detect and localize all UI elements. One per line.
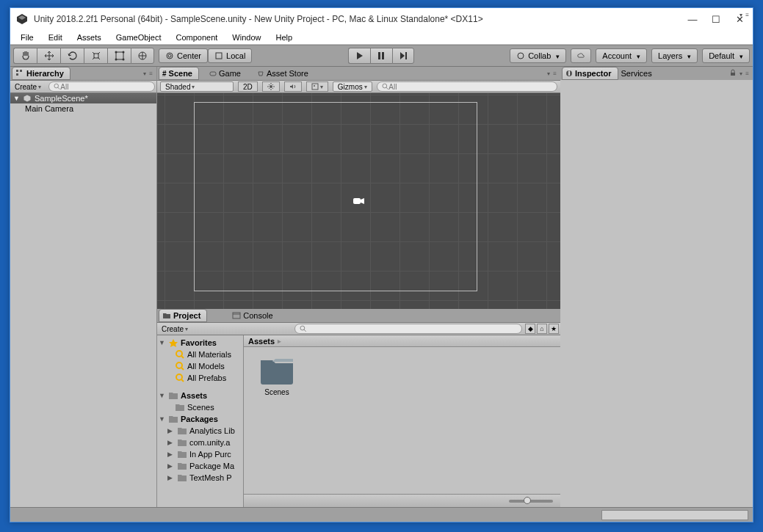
svg-point-4 [115, 51, 117, 54]
maximize-button[interactable]: ☐ [712, 15, 720, 23]
camera-bounds [194, 102, 477, 291]
menu-window[interactable]: Window [225, 32, 268, 43]
svg-point-40 [176, 362, 182, 368]
folder-icon [177, 462, 187, 470]
game-tab[interactable]: Game [206, 67, 247, 80]
hierarchy-search[interactable] [48, 81, 155, 92]
console-icon [232, 312, 241, 319]
play-button[interactable] [348, 48, 370, 64]
project-search[interactable] [294, 324, 522, 334]
lighting-toggle[interactable] [262, 81, 280, 92]
svg-point-38 [176, 351, 182, 357]
hand-tool[interactable] [13, 48, 37, 64]
menu-assets[interactable]: Assets [70, 32, 109, 43]
pkg-comunity[interactable]: ▶com.unity.a [157, 437, 243, 448]
svg-line-36 [304, 329, 306, 332]
lock-icon[interactable] [729, 69, 737, 76]
svg-point-42 [176, 374, 182, 380]
cloud-button[interactable] [571, 48, 591, 63]
inspector-tab[interactable]: iInspector [562, 67, 618, 80]
store-icon [257, 70, 264, 77]
favorites-header[interactable]: ▼Favorites [157, 337, 243, 349]
fav-all-materials[interactable]: All Materials [157, 349, 243, 360]
scene-search[interactable] [377, 81, 557, 92]
fav-all-prefabs[interactable]: All Prefabs [157, 372, 243, 384]
inspector-body [560, 80, 753, 507]
scene-search-input[interactable] [388, 83, 552, 91]
svg-point-25 [270, 85, 272, 88]
gizmos-toggle[interactable]: Gizmos [333, 81, 372, 92]
asset-grid[interactable]: Scenes [244, 347, 560, 494]
scene-tab[interactable]: #Scene [159, 67, 199, 80]
rotate-tool[interactable] [60, 48, 84, 64]
inspector-options[interactable] [740, 68, 750, 77]
pause-button[interactable] [370, 48, 392, 64]
fav-all-models[interactable]: All Models [157, 360, 243, 372]
svg-marker-32 [361, 198, 364, 204]
scale-tool[interactable] [84, 48, 107, 64]
menu-gameobject[interactable]: GameObject [109, 32, 169, 43]
transform-tool[interactable] [131, 48, 154, 64]
fx-toggle[interactable] [306, 81, 328, 92]
icon-size-slider[interactable] [509, 500, 553, 503]
assets-scenes[interactable]: Scenes [157, 401, 243, 413]
collab-dropdown[interactable]: Collab [510, 48, 566, 63]
menu-edit[interactable]: Edit [41, 32, 70, 43]
pivot-rotation[interactable]: Local [208, 48, 252, 63]
breadcrumb[interactable]: Assets▸ [244, 335, 560, 347]
pkg-packagemgr[interactable]: ▶Package Ma [157, 460, 243, 472]
camera-icon[interactable] [352, 195, 366, 207]
console-tab[interactable]: Console [229, 309, 278, 322]
scene-view[interactable] [157, 93, 560, 309]
hierarchy-options[interactable] [143, 68, 153, 77]
search-icon [54, 83, 60, 90]
image-icon [311, 83, 319, 90]
layers-dropdown[interactable]: Layers [651, 48, 698, 63]
assetstore-tab[interactable]: Asset Store [254, 67, 314, 80]
folder-scenes[interactable]: Scenes [251, 354, 303, 396]
audio-toggle[interactable] [284, 81, 302, 92]
play-controls [348, 48, 414, 64]
menubar: File Edit Assets GameObject Component Wi… [10, 30, 753, 45]
step-button[interactable] [392, 48, 414, 64]
transform-tools [13, 48, 154, 64]
menu-component[interactable]: Component [168, 32, 225, 43]
window-title: Unity 2018.2.2f1 Personal (64bit) - Samp… [34, 14, 688, 24]
scene-options[interactable] [547, 68, 557, 77]
folder-icon [177, 426, 187, 435]
move-tool[interactable] [37, 48, 60, 64]
draw-mode[interactable]: Shaded [160, 81, 234, 92]
hierarchy-item-camera[interactable]: Main Camera [10, 103, 156, 114]
minimize-button[interactable]: — [688, 15, 697, 23]
scene-row[interactable]: ▼SampleScene* [10, 93, 156, 103]
project-search-input[interactable] [307, 325, 517, 333]
hierarchy-search-input[interactable] [60, 83, 150, 91]
svg-rect-31 [353, 198, 361, 204]
assets-header[interactable]: ▼Assets [157, 390, 243, 401]
account-dropdown[interactable]: Account [596, 48, 647, 63]
pkg-textmesh[interactable]: ▶TextMesh P [157, 472, 243, 484]
menu-file[interactable]: File [13, 32, 41, 43]
filter-by-label[interactable]: ⌂ [537, 324, 547, 334]
mode-2d[interactable]: 2D [238, 81, 258, 92]
rect-tool[interactable] [107, 48, 131, 64]
hierarchy-create[interactable]: Create [12, 81, 44, 92]
search-icon [175, 374, 185, 382]
filter-by-type[interactable]: ◆ [525, 324, 535, 334]
svg-rect-18 [16, 70, 18, 72]
pkg-analytics[interactable]: ▶Analytics Lib [157, 425, 243, 437]
unity-logo-icon [16, 13, 28, 25]
svg-marker-26 [290, 84, 293, 89]
svg-text:i: i [568, 70, 570, 77]
pkg-iap[interactable]: ▶In App Purc [157, 448, 243, 460]
project-tab[interactable]: Project [159, 309, 207, 322]
services-tab[interactable]: Services [618, 67, 658, 80]
save-search[interactable]: ★ [549, 324, 559, 334]
status-field [601, 510, 748, 520]
pivot-mode[interactable]: Center [159, 48, 208, 63]
menu-help[interactable]: Help [268, 32, 300, 43]
hierarchy-tab[interactable]: Hierarchy [12, 67, 70, 80]
packages-header[interactable]: ▼Packages [157, 413, 243, 425]
layout-dropdown[interactable]: Default [702, 48, 750, 63]
project-create[interactable]: Create [159, 324, 191, 334]
